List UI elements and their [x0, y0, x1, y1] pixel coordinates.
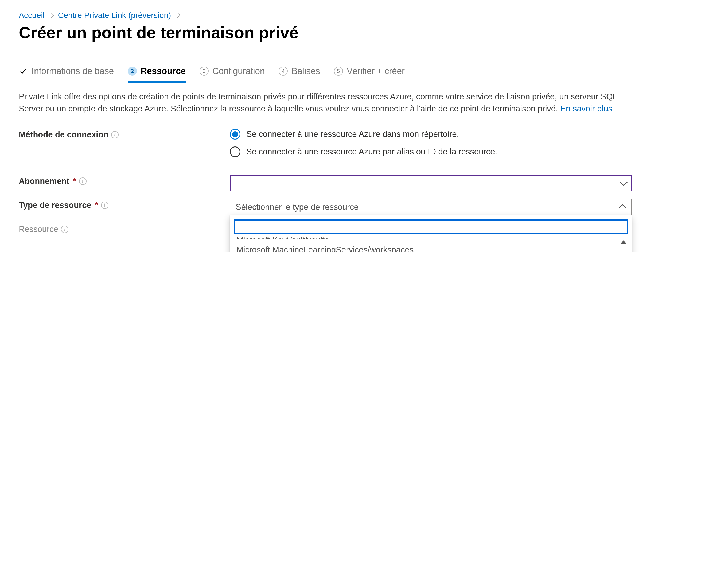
subscription-dropdown[interactable] [230, 175, 632, 191]
checkmark-icon [19, 67, 28, 76]
learn-more-link[interactable]: En savoir plus [560, 104, 612, 113]
step-badge-3: 3 [199, 67, 209, 76]
tab-label: Balises [292, 66, 320, 76]
resource-type-search-input[interactable] [234, 219, 628, 234]
info-icon[interactable]: i [111, 131, 118, 138]
step-badge-4: 4 [278, 67, 288, 76]
radio-connect-alias[interactable] [230, 146, 240, 157]
scroll-arrow-up-icon[interactable] [621, 240, 626, 243]
resource-type-listbox: Microsoft.KeyVault/vaults Microsoft.Mach… [230, 215, 632, 252]
tab-label: Vérifier + créer [347, 66, 405, 76]
tab-review-create[interactable]: 5 Vérifier + créer [334, 66, 405, 83]
radio-connect-directory[interactable] [230, 129, 240, 140]
radio-connect-alias-option[interactable]: Se connecter à une ressource Azure par a… [230, 146, 709, 158]
radio-label: Se connecter à une ressource Azure dans … [246, 129, 459, 139]
chevron-right-icon [175, 13, 180, 18]
tab-label: Informations de base [31, 66, 114, 76]
step-badge-5: 5 [334, 67, 343, 76]
chevron-down-icon [620, 178, 628, 186]
radio-connect-directory-option[interactable]: Se connecter à une ressource Azure dans … [230, 128, 709, 140]
label-resource-type: Type de ressource * i [19, 199, 230, 210]
section-description: Private Link offre des options de créati… [19, 91, 633, 115]
tab-configuration[interactable]: 3 Configuration [199, 66, 265, 83]
info-icon[interactable]: i [101, 202, 108, 209]
resource-type-dropdown-trigger[interactable]: Sélectionner le type de ressource [230, 199, 632, 215]
label-resource: Ressource i [19, 223, 230, 234]
info-icon[interactable]: i [79, 177, 87, 185]
row-connection-method: Méthode de connexion i Se connecter à un… [19, 128, 709, 158]
tab-label: Ressource [141, 66, 186, 76]
tab-basics[interactable]: Informations de base [19, 66, 114, 83]
label-subscription: Abonnement * i [19, 175, 230, 186]
breadcrumb-private-link-center[interactable]: Centre Private Link (préversion) [58, 11, 171, 20]
chevron-right-icon [49, 13, 54, 18]
row-subscription: Abonnement * i [19, 175, 709, 191]
description-text: Private Link offre des options de créati… [19, 92, 617, 113]
radio-label: Se connecter à une ressource Azure par a… [246, 147, 497, 157]
breadcrumb: Accueil Centre Private Link (préversion) [19, 11, 709, 20]
required-marker: * [73, 176, 76, 186]
info-icon[interactable]: i [61, 226, 68, 233]
resource-type-option[interactable]: Microsoft.MachineLearningServices/worksp… [234, 239, 619, 252]
resource-type-dropdown[interactable]: Sélectionner le type de ressource Micros… [230, 199, 632, 215]
dropdown-placeholder: Sélectionner le type de ressource [236, 202, 358, 212]
step-badge-2: 2 [128, 67, 137, 76]
required-marker: * [95, 201, 98, 210]
scrollbar[interactable] [619, 239, 628, 252]
tab-label: Configuration [213, 66, 265, 76]
subscription-dropdown-trigger[interactable] [230, 175, 632, 191]
tab-tags[interactable]: 4 Balises [278, 66, 320, 83]
chevron-up-icon [619, 204, 626, 212]
row-resource-type: Type de ressource * i Sélectionner le ty… [19, 199, 709, 215]
page-title: Créer un point de terminaison privé [19, 23, 709, 42]
wizard-tabs: Informations de base 2 Ressource 3 Confi… [19, 66, 709, 83]
breadcrumb-home[interactable]: Accueil [19, 11, 45, 20]
label-connection-method: Méthode de connexion i [19, 128, 230, 140]
list-clipped-row: Microsoft.KeyVault/vaults [234, 235, 628, 239]
tab-resource[interactable]: 2 Ressource [128, 66, 186, 83]
